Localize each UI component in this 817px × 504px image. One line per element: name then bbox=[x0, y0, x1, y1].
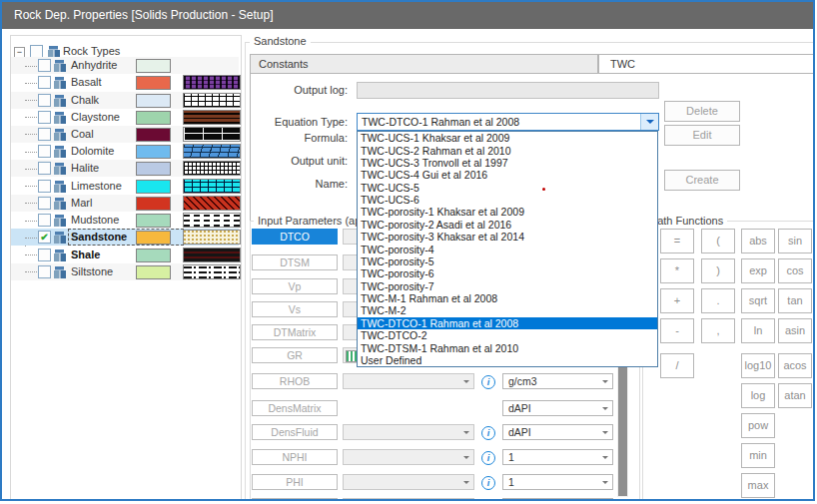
math-function-button[interactable]: sin bbox=[778, 229, 812, 253]
math-function-button[interactable]: cos bbox=[778, 258, 812, 283]
info-icon[interactable]: i bbox=[481, 476, 495, 490]
math-function-button[interactable]: max bbox=[741, 473, 775, 498]
math-function-button[interactable]: tan bbox=[778, 288, 812, 313]
pattern-swatch[interactable] bbox=[183, 179, 241, 194]
dropdown-item[interactable]: TWC-UCS-6 bbox=[358, 194, 657, 206]
math-function-button[interactable]: min bbox=[741, 443, 775, 468]
color-swatch[interactable] bbox=[136, 145, 171, 159]
tab-constants[interactable]: Constants bbox=[250, 54, 598, 74]
math-function-button[interactable]: abs bbox=[741, 229, 775, 253]
tree-item-sandstone[interactable]: ✔Sandstone bbox=[11, 229, 239, 246]
info-icon[interactable]: i bbox=[481, 426, 495, 440]
rock-checkbox[interactable] bbox=[38, 265, 51, 278]
dropdown-item[interactable]: TWC-UCS-3 Tronvoll et al 1997 bbox=[358, 157, 657, 169]
color-swatch[interactable] bbox=[136, 214, 171, 228]
rock-checkbox[interactable] bbox=[38, 111, 51, 124]
unit-combobox[interactable]: g/cm3 bbox=[502, 373, 613, 389]
param-log-combobox[interactable] bbox=[343, 498, 474, 501]
param-log-combobox[interactable] bbox=[343, 373, 474, 389]
math-function-button[interactable]: atan bbox=[778, 383, 812, 408]
color-swatch[interactable] bbox=[136, 76, 171, 90]
delete-button[interactable]: Delete bbox=[664, 101, 740, 122]
rock-checkbox[interactable] bbox=[38, 59, 51, 72]
dropdown-item[interactable]: TWC-porosity-2 Asadi et al 2016 bbox=[358, 219, 657, 231]
dropdown-item[interactable]: TWC-UCS-5 bbox=[358, 182, 657, 194]
param-log-combobox[interactable] bbox=[343, 474, 474, 490]
param-button-vs[interactable]: Vs bbox=[252, 301, 338, 317]
info-icon[interactable]: i bbox=[481, 451, 495, 465]
dropdown-item[interactable]: TWC-UCS-2 Rahman et al 2010 bbox=[358, 144, 657, 156]
color-swatch[interactable] bbox=[136, 231, 171, 245]
param-log-combobox[interactable] bbox=[343, 424, 474, 440]
color-swatch[interactable] bbox=[136, 59, 171, 73]
tree-item-mudstone[interactable]: Mudstone bbox=[11, 212, 239, 229]
dropdown-item[interactable]: User Defined bbox=[358, 354, 657, 366]
dropdown-item[interactable]: TWC-porosity-1 Khaksar et al 2009 bbox=[358, 206, 657, 218]
pattern-swatch[interactable] bbox=[183, 230, 241, 245]
param-button-dtco[interactable]: DTCO bbox=[252, 229, 338, 245]
tree-item-coal[interactable]: Coal bbox=[11, 126, 239, 143]
rock-checkbox[interactable] bbox=[38, 180, 51, 193]
unit-combobox[interactable]: 1 bbox=[502, 498, 613, 501]
param-button-vp[interactable]: Vp bbox=[252, 278, 338, 294]
info-icon[interactable]: i bbox=[481, 375, 495, 389]
math-function-button[interactable]: ( bbox=[701, 229, 735, 253]
tree-item-claystone[interactable]: Claystone bbox=[11, 109, 239, 126]
math-function-button[interactable]: = bbox=[660, 229, 694, 253]
rock-checkbox[interactable] bbox=[38, 128, 51, 141]
tree-item-siltstone[interactable]: Siltstone bbox=[11, 263, 239, 280]
param-button-densfluid[interactable]: DensFluid bbox=[252, 424, 338, 440]
color-swatch[interactable] bbox=[136, 111, 171, 125]
unit-combobox[interactable]: dAPI bbox=[502, 400, 613, 416]
unit-combobox[interactable]: dAPI bbox=[502, 424, 613, 440]
color-swatch[interactable] bbox=[136, 180, 171, 194]
param-button-vshale[interactable]: VShale bbox=[252, 498, 338, 501]
pattern-swatch[interactable] bbox=[183, 93, 241, 108]
pattern-swatch[interactable] bbox=[183, 110, 241, 125]
rock-checkbox[interactable] bbox=[38, 145, 51, 158]
param-button-rhob[interactable]: RHOB bbox=[252, 373, 338, 389]
tree-item-dolomite[interactable]: Dolomite bbox=[11, 143, 239, 160]
pattern-swatch[interactable] bbox=[183, 264, 241, 279]
math-function-button[interactable]: pow bbox=[741, 413, 775, 438]
dropdown-item[interactable]: TWC-UCS-4 Gui et al 2016 bbox=[358, 169, 657, 181]
math-function-button[interactable]: + bbox=[660, 288, 694, 313]
color-swatch[interactable] bbox=[136, 162, 171, 176]
math-function-button[interactable]: , bbox=[701, 318, 735, 343]
tree-item-marl[interactable]: Marl bbox=[11, 195, 239, 212]
dropdown-item[interactable]: TWC-M-2 bbox=[358, 304, 657, 316]
dropdown-item[interactable]: TWC-UCS-1 Khaksar et al 2009 bbox=[358, 132, 657, 144]
dropdown-item[interactable]: TWC-M-1 Rahman et al 2008 bbox=[358, 292, 657, 304]
tree-item-halite[interactable]: Halite bbox=[11, 160, 239, 177]
rock-types-tree[interactable]: −Rock TypesAnhydriteBasaltChalkClaystone… bbox=[10, 35, 242, 500]
edit-button[interactable]: Edit bbox=[664, 125, 740, 146]
dropdown-item[interactable]: TWC-DTSM-1 Rahman et al 2010 bbox=[358, 341, 657, 353]
dropdown-item[interactable]: TWC-porosity-5 bbox=[358, 255, 657, 267]
param-button-densmatrix[interactable]: DensMatrix bbox=[252, 400, 338, 416]
rock-checkbox[interactable] bbox=[38, 76, 51, 89]
pattern-swatch[interactable] bbox=[183, 161, 241, 176]
tree-item-limestone[interactable]: Limestone bbox=[11, 178, 239, 195]
param-button-phi[interactable]: PHI bbox=[252, 474, 338, 490]
unit-combobox[interactable]: 1 bbox=[502, 474, 613, 490]
tree-item-chalk[interactable]: Chalk bbox=[11, 92, 239, 109]
param-button-dtmatrix[interactable]: DTMatrix bbox=[252, 324, 338, 340]
math-function-button[interactable]: log10 bbox=[741, 353, 775, 378]
rock-checkbox[interactable] bbox=[38, 214, 51, 227]
rock-checkbox[interactable] bbox=[38, 94, 51, 107]
param-button-gr[interactable]: GR bbox=[252, 347, 338, 363]
dropdown-item[interactable]: TWC-DTCO-1 Rahman et al 2008 bbox=[358, 317, 657, 329]
math-function-button[interactable]: * bbox=[660, 258, 694, 283]
pattern-swatch[interactable] bbox=[183, 213, 241, 228]
dropdown-item[interactable]: TWC-porosity-7 bbox=[358, 280, 657, 292]
param-button-nphi[interactable]: NPHI bbox=[252, 449, 338, 465]
color-swatch[interactable] bbox=[136, 249, 171, 262]
param-log-combobox[interactable] bbox=[343, 449, 474, 465]
pattern-swatch[interactable] bbox=[183, 75, 241, 90]
dropdown-item[interactable]: TWC-porosity-6 bbox=[358, 267, 657, 279]
tab-twc[interactable]: TWC bbox=[598, 54, 814, 74]
dropdown-item[interactable]: TWC-porosity-4 bbox=[358, 243, 657, 254]
math-function-button[interactable]: sqrt bbox=[741, 288, 775, 313]
pattern-swatch[interactable] bbox=[183, 196, 241, 211]
color-swatch[interactable] bbox=[136, 265, 171, 279]
